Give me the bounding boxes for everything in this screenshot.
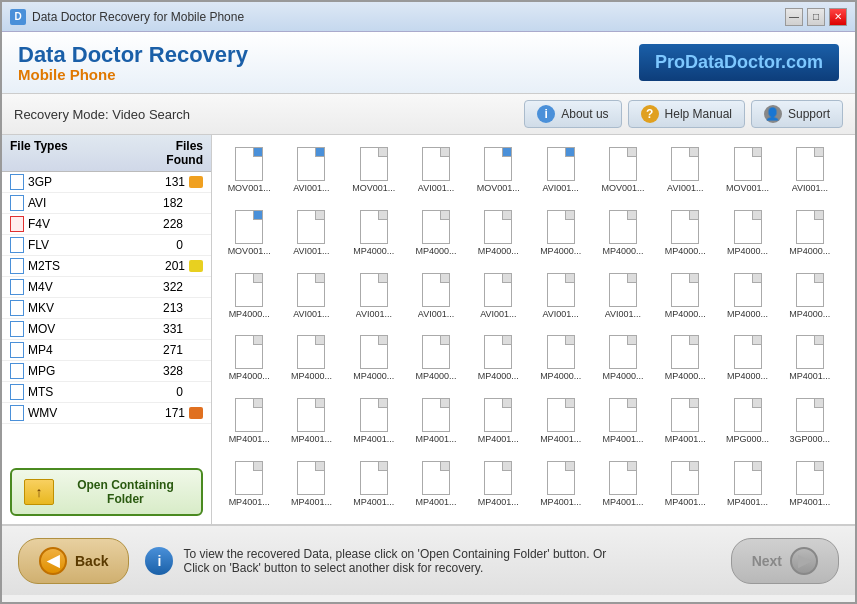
col-found-header: Files Found bbox=[153, 139, 203, 167]
file-item[interactable]: MP4000... bbox=[345, 206, 403, 265]
file-type-row[interactable]: AVI 182 bbox=[2, 193, 211, 214]
file-item[interactable]: AVI001... bbox=[594, 269, 652, 328]
file-item[interactable]: AVI001... bbox=[469, 269, 527, 328]
back-button[interactable]: ◀ Back bbox=[18, 538, 129, 584]
file-item[interactable]: MP4000... bbox=[781, 206, 839, 265]
file-item[interactable]: MP4000... bbox=[656, 206, 714, 265]
file-item[interactable]: AVI001... bbox=[282, 143, 340, 202]
file-item[interactable]: MP4000... bbox=[345, 331, 403, 390]
file-item[interactable]: MP4000... bbox=[469, 331, 527, 390]
file-item[interactable]: AVI001... bbox=[531, 269, 589, 328]
file-item[interactable]: MP4000... bbox=[407, 206, 465, 265]
file-item[interactable]: AVI001... bbox=[781, 143, 839, 202]
file-item[interactable]: MP4001... bbox=[407, 457, 465, 516]
file-item[interactable]: MP4001... bbox=[282, 394, 340, 453]
file-item[interactable]: 3GP000... bbox=[781, 394, 839, 453]
next-button[interactable]: Next ▶ bbox=[731, 538, 839, 584]
file-item[interactable]: MP4000... bbox=[469, 206, 527, 265]
file-item[interactable]: MP4000... bbox=[220, 331, 278, 390]
file-type-row[interactable]: 3GP 131 bbox=[2, 172, 211, 193]
file-type-row[interactable]: MOV 331 bbox=[2, 319, 211, 340]
help-manual-button[interactable]: ? Help Manual bbox=[628, 100, 745, 128]
file-thumbnail-icon bbox=[734, 273, 762, 307]
file-name-label: MP4000... bbox=[416, 246, 457, 256]
file-name-label: MP4001... bbox=[416, 434, 457, 444]
file-item[interactable]: MOV001... bbox=[345, 143, 403, 202]
file-item[interactable]: AVI001... bbox=[407, 269, 465, 328]
close-button[interactable]: ✕ bbox=[829, 8, 847, 26]
file-item[interactable]: MP4001... bbox=[282, 457, 340, 516]
file-type-row[interactable]: M4V 322 bbox=[2, 277, 211, 298]
file-item[interactable]: MP4001... bbox=[345, 394, 403, 453]
file-name-label: MP4000... bbox=[665, 309, 706, 319]
file-name-label: AVI001... bbox=[480, 309, 516, 319]
app-icon: D bbox=[10, 9, 26, 25]
file-item[interactable]: MP4001... bbox=[220, 394, 278, 453]
file-item[interactable]: MP4001... bbox=[531, 457, 589, 516]
file-item[interactable]: MP4000... bbox=[781, 269, 839, 328]
about-us-button[interactable]: i About us bbox=[524, 100, 621, 128]
file-item[interactable]: MP4001... bbox=[594, 394, 652, 453]
file-item[interactable]: AVI001... bbox=[345, 269, 403, 328]
file-item[interactable]: MP4001... bbox=[469, 457, 527, 516]
maximize-button[interactable]: □ bbox=[807, 8, 825, 26]
file-thumbnail-icon bbox=[360, 273, 388, 307]
file-thumbnail-icon bbox=[297, 147, 325, 181]
file-item[interactable]: MP4001... bbox=[656, 457, 714, 516]
minimize-button[interactable]: — bbox=[785, 8, 803, 26]
file-item[interactable]: MP4000... bbox=[718, 206, 776, 265]
file-item[interactable]: MOV001... bbox=[594, 143, 652, 202]
file-item[interactable]: MP4000... bbox=[718, 269, 776, 328]
file-item[interactable]: MP4000... bbox=[594, 331, 652, 390]
support-button[interactable]: 👤 Support bbox=[751, 100, 843, 128]
file-item[interactable]: MP4001... bbox=[345, 457, 403, 516]
file-item[interactable]: MP4001... bbox=[469, 394, 527, 453]
file-item[interactable]: MP4000... bbox=[220, 269, 278, 328]
file-item[interactable]: MP4001... bbox=[781, 331, 839, 390]
file-item[interactable]: MP4001... bbox=[220, 457, 278, 516]
file-item[interactable]: MP4001... bbox=[407, 394, 465, 453]
file-item[interactable]: MP4001... bbox=[656, 394, 714, 453]
file-item[interactable]: MP4000... bbox=[656, 331, 714, 390]
open-containing-folder-button[interactable]: Open Containing Folder bbox=[10, 468, 203, 516]
file-item[interactable]: MOV001... bbox=[220, 206, 278, 265]
file-type-row[interactable]: M2TS 201 bbox=[2, 256, 211, 277]
file-item[interactable]: MP4000... bbox=[718, 331, 776, 390]
file-item[interactable]: MP4000... bbox=[407, 331, 465, 390]
file-item[interactable]: MOV001... bbox=[220, 143, 278, 202]
file-type-row[interactable]: FLV 0 bbox=[2, 235, 211, 256]
file-item[interactable]: MP4000... bbox=[531, 331, 589, 390]
file-item[interactable]: AVI001... bbox=[282, 206, 340, 265]
file-thumbnail-icon bbox=[796, 147, 824, 181]
file-type-icon bbox=[10, 363, 24, 379]
info-icon: i bbox=[537, 105, 555, 123]
file-item[interactable]: MOV001... bbox=[718, 143, 776, 202]
file-item[interactable]: MP4000... bbox=[282, 331, 340, 390]
file-item[interactable]: MP4001... bbox=[718, 457, 776, 516]
file-type-row[interactable]: F4V 228 bbox=[2, 214, 211, 235]
file-item[interactable]: AVI001... bbox=[407, 143, 465, 202]
file-item[interactable]: MPG000... bbox=[718, 394, 776, 453]
file-item[interactable]: MOV001... bbox=[469, 143, 527, 202]
file-type-row[interactable]: MTS 0 bbox=[2, 382, 211, 403]
file-type-row[interactable]: MP4 271 bbox=[2, 340, 211, 361]
file-type-row[interactable]: MKV 213 bbox=[2, 298, 211, 319]
file-item[interactable]: AVI001... bbox=[282, 269, 340, 328]
file-item[interactable]: MP4001... bbox=[781, 457, 839, 516]
file-type-name: F4V bbox=[28, 217, 50, 231]
file-thumbnail-icon bbox=[609, 335, 637, 369]
file-name-label: MP4001... bbox=[602, 497, 643, 507]
file-type-row[interactable]: MPG 328 bbox=[2, 361, 211, 382]
file-type-row[interactable]: WMV 171 bbox=[2, 403, 211, 424]
file-item[interactable]: AVI001... bbox=[531, 143, 589, 202]
file-item[interactable]: MP4000... bbox=[656, 269, 714, 328]
file-item[interactable]: AVI001... bbox=[656, 143, 714, 202]
file-item[interactable]: MP4001... bbox=[594, 457, 652, 516]
file-thumbnail-icon bbox=[360, 461, 388, 495]
file-thumbnail-icon bbox=[297, 273, 325, 307]
file-item[interactable]: MP4000... bbox=[531, 206, 589, 265]
file-item[interactable]: MP4000... bbox=[594, 206, 652, 265]
file-name-label: AVI001... bbox=[418, 183, 454, 193]
file-item[interactable]: MP4001... bbox=[531, 394, 589, 453]
file-name-label: MP4001... bbox=[229, 434, 270, 444]
